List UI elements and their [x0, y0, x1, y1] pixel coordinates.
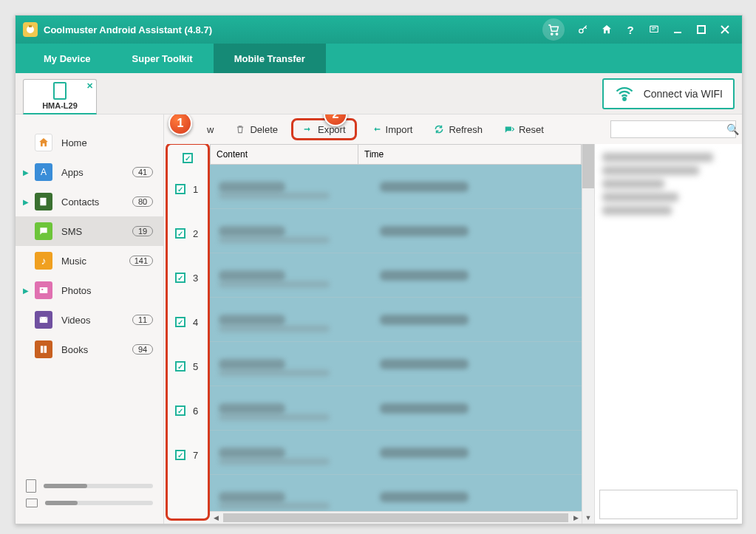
sidebar-label: Books	[61, 344, 132, 355]
sidebar-item-videos[interactable]: Videos 11	[16, 305, 163, 335]
tab-mobile-transfer[interactable]: Mobile Transfer	[214, 44, 326, 73]
body: Home ▶ A Apps 41 ▶ Contacts 80 SMS	[16, 114, 742, 524]
sidebar-label: Apps	[61, 167, 132, 178]
contacts-icon	[35, 193, 52, 210]
sidebar-item-contacts[interactable]: ▶ Contacts 80	[16, 187, 163, 216]
sidebar-item-apps[interactable]: ▶ A Apps 41	[16, 157, 163, 187]
export-button[interactable]: Export	[291, 118, 357, 140]
home-icon[interactable]	[597, 20, 616, 39]
device-name: HMA-L29	[42, 101, 78, 110]
refresh-button[interactable]: Refresh	[426, 120, 490, 138]
new-button[interactable]: w	[200, 121, 221, 138]
row-checkbox[interactable]: ✓	[175, 273, 185, 283]
trash-icon	[234, 123, 246, 135]
count-badge: 41	[132, 167, 153, 177]
row-number: 1	[193, 184, 198, 195]
cart-icon[interactable]	[542, 18, 565, 41]
content-area: ✓ ✓1 ✓2 ✓3 ✓4 ✓5 ✓6 ✓7 Content Time	[164, 144, 742, 524]
row-number: 7	[193, 450, 198, 461]
row-number: 6	[193, 405, 198, 417]
sidebar-item-photos[interactable]: ▶ Photos	[16, 275, 163, 305]
maximize-icon[interactable]	[692, 20, 711, 39]
horizontal-scrollbar[interactable]: ◀▶	[210, 511, 582, 524]
row-checkbox[interactable]: ✓	[175, 405, 185, 416]
table-row[interactable]	[210, 342, 582, 386]
minimize-icon[interactable]	[668, 20, 687, 39]
connect-wifi-button[interactable]: Connect via WIFI	[602, 78, 735, 109]
table-row[interactable]	[210, 209, 582, 253]
svg-point-2	[551, 33, 553, 35]
row-checkbox[interactable]: ✓	[175, 450, 185, 460]
svg-rect-7	[698, 26, 705, 33]
storage-internal	[26, 479, 153, 493]
row-number: 5	[193, 361, 198, 372]
sidebar-list: Home ▶ A Apps 41 ▶ Contacts 80 SMS	[16, 114, 163, 472]
message-input-box[interactable]	[599, 490, 738, 519]
tab-my-device[interactable]: My Device	[23, 44, 112, 73]
toolbar: w Delete Export Import Refresh	[164, 114, 742, 144]
row-checkbox[interactable]: ✓	[175, 317, 185, 327]
table-row[interactable]	[210, 298, 582, 342]
row-number: 4	[193, 317, 198, 328]
count-badge: 11	[132, 315, 153, 325]
sms-icon	[35, 222, 52, 240]
expand-arrow-icon: ▶	[23, 168, 29, 177]
close-icon[interactable]	[715, 20, 735, 39]
col-time[interactable]: Time	[358, 145, 581, 164]
titlebar: Coolmuster Android Assistant (4.8.7) ?	[16, 16, 742, 44]
svg-point-11	[41, 289, 43, 290]
row-number: 3	[193, 273, 198, 284]
vertical-scrollbar[interactable]: ▲ ▼	[582, 144, 594, 524]
row-number: 2	[193, 228, 198, 239]
table-row[interactable]	[210, 475, 582, 511]
table-content: Content Time	[210, 144, 582, 524]
search-input[interactable]: 🔍	[610, 120, 736, 138]
svg-rect-10	[40, 287, 48, 293]
sidebar-label: Contacts	[61, 196, 132, 208]
phone-icon	[53, 82, 67, 100]
delete-button[interactable]: Delete	[227, 120, 285, 138]
help-icon[interactable]: ?	[621, 20, 640, 39]
sd-storage-icon	[26, 499, 38, 507]
storage-sd	[26, 499, 153, 507]
main-area: 1 2 w Delete Export Import	[164, 114, 742, 524]
row-checkbox[interactable]: ✓	[175, 228, 185, 239]
sidebar-item-home[interactable]: Home	[16, 128, 163, 157]
expand-arrow-icon: ▶	[23, 198, 29, 206]
import-arrow-icon	[370, 123, 382, 135]
table-body	[210, 165, 582, 511]
tab-super-toolkit[interactable]: Super Toolkit	[112, 44, 214, 73]
key-icon[interactable]	[573, 20, 593, 39]
table-row[interactable]	[210, 165, 582, 209]
sidebar-label: Videos	[61, 315, 132, 326]
device-tab[interactable]: ✕ HMA-L29	[23, 79, 97, 114]
sidebar-item-sms[interactable]: SMS 19	[16, 216, 163, 246]
sidebar-item-books[interactable]: Books 94	[16, 335, 163, 364]
device-tab-close-icon[interactable]: ✕	[86, 81, 93, 91]
sidebar-label: SMS	[61, 226, 132, 237]
table-row[interactable]	[210, 431, 582, 475]
import-button[interactable]: Import	[363, 120, 420, 138]
select-all-checkbox[interactable]: ✓	[183, 153, 193, 163]
search-field[interactable]	[616, 124, 726, 134]
row-checkbox[interactable]: ✓	[175, 184, 185, 194]
svg-rect-1	[29, 25, 32, 27]
app-title: Coolmuster Android Assistant (4.8.7)	[44, 24, 542, 35]
reset-button[interactable]: Reset	[496, 120, 551, 138]
sidebar-label: Photos	[61, 285, 163, 296]
wifi-icon	[614, 83, 635, 104]
count-badge: 19	[132, 226, 153, 236]
videos-icon	[35, 311, 52, 329]
row-checkbox[interactable]: ✓	[175, 361, 185, 372]
feedback-icon[interactable]	[644, 20, 664, 39]
svg-rect-6	[674, 32, 681, 33]
table-row[interactable]	[210, 253, 582, 298]
main-tabbar: My Device Super Toolkit Mobile Transfer	[16, 44, 742, 73]
sidebar-item-music[interactable]: ♪ Music 141	[16, 246, 163, 275]
preview-panel	[594, 144, 742, 524]
table-row[interactable]	[210, 386, 582, 431]
svg-rect-5	[650, 26, 658, 32]
reset-icon	[503, 123, 515, 135]
svg-rect-9	[40, 198, 46, 206]
col-content[interactable]: Content	[211, 145, 358, 164]
